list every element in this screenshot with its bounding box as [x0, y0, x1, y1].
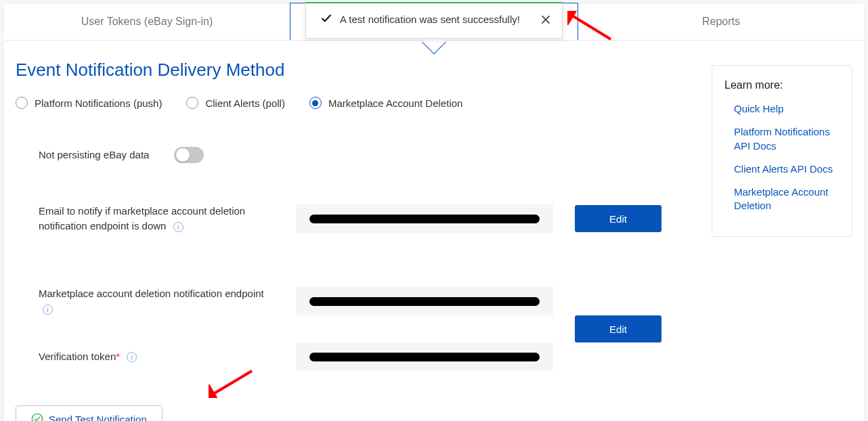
radio-label: Platform Notifications (push) — [35, 97, 162, 109]
send-test-button[interactable]: Send Test Notification — [16, 405, 162, 421]
redacted-value — [309, 215, 540, 223]
send-test-label: Send Test Notification — [49, 414, 147, 422]
info-icon[interactable]: i — [173, 222, 183, 232]
endpoint-field — [296, 287, 553, 315]
delivery-method-group: Platform Notifications (push) Client Ale… — [16, 97, 690, 109]
tab-reports[interactable]: Reports — [578, 3, 865, 40]
token-field — [296, 342, 553, 371]
svg-line-2 — [213, 371, 252, 394]
aside-title: Learn more: — [724, 79, 840, 91]
close-icon — [540, 14, 551, 25]
radio-client-alerts[interactable]: Client Alerts (poll) — [186, 97, 285, 109]
tab-label: Reports — [702, 16, 740, 28]
edit-email-button[interactable]: Edit — [575, 205, 661, 232]
redacted-value — [309, 353, 540, 361]
close-toast-button[interactable] — [540, 14, 551, 25]
link-quick-help[interactable]: Quick Help — [724, 102, 840, 116]
link-marketplace-deletion[interactable]: Marketplace Account Deletion — [724, 185, 840, 213]
radio-platform-notifications[interactable]: Platform Notifications (push) — [16, 97, 162, 109]
toast-message: A test notification was sent successfull… — [340, 14, 540, 25]
info-icon[interactable]: i — [127, 352, 137, 362]
link-client-alerts[interactable]: Client Alerts API Docs — [724, 162, 840, 176]
learn-more-box: Learn more: Quick Help Platform Notifica… — [712, 65, 852, 237]
info-icon[interactable]: i — [43, 305, 53, 315]
edit-endpoint-button[interactable]: Edit — [575, 315, 661, 342]
radio-icon — [309, 97, 322, 109]
annotation-arrow — [209, 367, 256, 398]
success-toast: A test notification was sent successfull… — [305, 2, 563, 39]
radio-icon — [16, 97, 28, 109]
email-field — [296, 204, 553, 233]
link-api-docs[interactable]: Platform Notifications API Docs — [724, 125, 840, 153]
tab-user-tokens[interactable]: User Tokens (eBay Sign-in) — [3, 3, 290, 40]
endpoint-label: Marketplace account deletion notificatio… — [39, 286, 296, 317]
check-circle-icon — [31, 413, 43, 421]
svg-line-1 — [572, 16, 611, 39]
section-title: Event Notification Delivery Method — [16, 60, 690, 81]
radio-icon — [186, 97, 198, 109]
tab-label: User Tokens (eBay Sign-in) — [81, 16, 213, 28]
persist-toggle-label: Not persisting eBay data — [39, 148, 174, 163]
radio-label: Marketplace Account Deletion — [328, 97, 462, 109]
annotation-arrow — [567, 11, 615, 42]
redacted-value — [309, 297, 540, 306]
persist-toggle[interactable] — [174, 147, 204, 163]
token-label: Verification token* i — [39, 349, 296, 365]
email-label: Email to notify if marketplace account d… — [39, 204, 296, 234]
radio-label: Client Alerts (poll) — [205, 97, 285, 109]
radio-marketplace-deletion[interactable]: Marketplace Account Deletion — [309, 97, 462, 109]
content-panel: Event Notification Delivery Method Platf… — [3, 41, 865, 421]
check-icon — [321, 13, 332, 26]
